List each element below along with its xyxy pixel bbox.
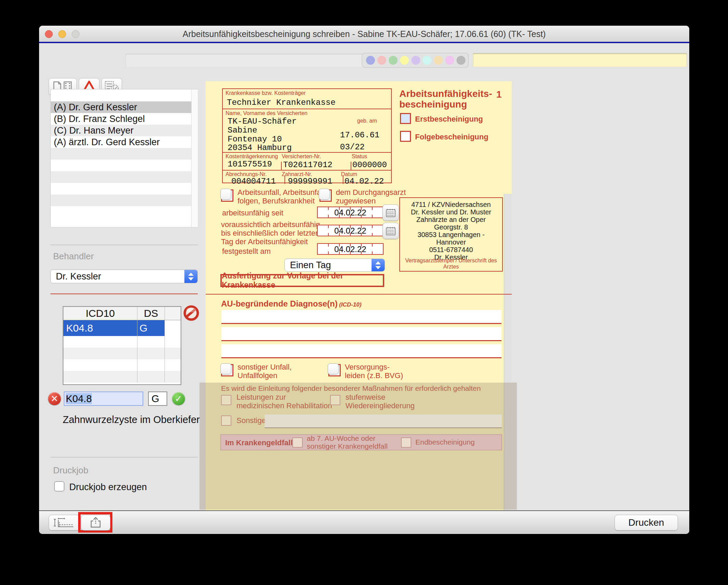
column-header-icd10: ICD10: [63, 307, 137, 320]
sonstige-input: [265, 414, 502, 428]
datum-value: 04.02.22: [344, 177, 384, 186]
stepper-icon: [184, 270, 197, 283]
druckjob-checkbox[interactable]: [54, 481, 64, 491]
checkbox-inner: [220, 363, 231, 374]
table-row[interactable]: [63, 336, 181, 348]
sonstiger-unfall-label: sonstiger Unfall,Unfallfolgen: [238, 363, 292, 380]
palette-dot-pink[interactable]: [377, 56, 386, 65]
remove-icd-button[interactable]: ✕: [48, 392, 61, 405]
ds-input-value: G: [151, 393, 159, 404]
reha-checkbox: [221, 395, 231, 405]
ausfertigung-box: Ausfertigung zur Vorlage bei der Kranken…: [220, 274, 384, 287]
geb-label: geb. am: [357, 118, 377, 124]
list-item[interactable]: [51, 160, 197, 171]
note-input[interactable]: [473, 53, 687, 67]
duration-select[interactable]: Einen Tag: [284, 259, 385, 272]
list-item[interactable]: [51, 148, 197, 160]
screen: Arbeitsunfähigkeitsbescheinigung schreib…: [0, 0, 728, 585]
diagnosis-description: Zahnwurzelzyste im Oberkiefer: [63, 414, 200, 425]
arbeitsunfall-label: Arbeitsunfall, Arbeitsunfall-folgen, Ber…: [238, 188, 327, 205]
sidebar-divider: [50, 245, 198, 245]
diagnosis-input-2[interactable]: [221, 327, 501, 341]
checkbox-inner: [220, 189, 231, 200]
palette-dot-magenta[interactable]: [445, 56, 454, 65]
kk-section: Krankenkasse bzw. Kostenträger Techniker…: [223, 89, 391, 109]
list-item-doctor-b[interactable]: (B) Dr. Franz Schlegel: [51, 113, 197, 125]
durchgangsarzt-checkbox[interactable]: [319, 189, 332, 202]
erstbescheinigung-checkbox[interactable]: [400, 113, 411, 124]
form-red-divider: [206, 294, 512, 295]
column-header-ds: DS: [137, 307, 165, 320]
diagnosis-input-1[interactable]: [221, 310, 501, 324]
list-item-doctor-a[interactable]: (A) Dr. Gerd Kessler: [51, 101, 197, 113]
list-item-doctor-a2[interactable]: (A) ärztl. Dr. Gerd Kessler: [51, 136, 197, 148]
share-icon: [90, 517, 101, 528]
folgebescheinigung-checkbox[interactable]: [400, 131, 411, 142]
date-field-au-bis[interactable]: 04.02.22: [317, 225, 384, 236]
list-item-doctor-c[interactable]: (C) Dr. Hans Meyer: [51, 125, 197, 136]
export-button[interactable]: [81, 515, 110, 531]
palette-dot-blue[interactable]: [366, 56, 375, 65]
cell-ds: G: [137, 320, 165, 336]
confirm-icd-button[interactable]: ✓: [172, 392, 185, 405]
folgebescheinigung-label: Folgebescheinigung: [415, 133, 488, 141]
behandler-select[interactable]: Dr. Kessler: [50, 270, 198, 283]
table-row[interactable]: [63, 359, 181, 371]
icd-code-input-value: K04.8: [66, 393, 92, 404]
titlebar-accent-line: [39, 42, 689, 43]
date-value: 04.02.22: [318, 208, 383, 217]
valid-value: 03/22: [340, 142, 365, 152]
list-item[interactable]: [51, 195, 197, 206]
icd-code-input[interactable]: K04.8: [64, 391, 143, 406]
geb-value: 17.06.61: [340, 130, 379, 140]
status-label: Status: [352, 153, 367, 160]
au-seit-label: arbeitsunfähig seit: [222, 209, 283, 217]
checkbox-inner: [328, 363, 339, 374]
table-row[interactable]: [63, 348, 181, 359]
ausfertigung-label: Ausfertigung zur Vorlage bei der Kranken…: [222, 271, 383, 290]
kostentraeger-label: Kostenträgerkennung: [226, 153, 278, 160]
checkbox-inner: [319, 189, 330, 200]
palette-dot-tan[interactable]: [434, 56, 443, 65]
drucken-button[interactable]: Drucken: [615, 515, 678, 531]
kk-value: Techniker Krankenkasse: [227, 98, 336, 107]
festgestellt-label: festgestellt am: [222, 247, 271, 256]
palette-dot-lavender[interactable]: [411, 56, 420, 65]
calendar-icon: [386, 208, 396, 217]
doctor-list-scrollbar[interactable]: [191, 89, 198, 227]
list-item[interactable]: [51, 183, 197, 195]
ruler-button[interactable]: [49, 515, 80, 531]
palette-dot-green[interactable]: [389, 56, 398, 65]
table-row-selected[interactable]: K04.8 G: [63, 320, 181, 336]
palette-dot-yellow[interactable]: [400, 56, 409, 65]
behandler-label: Behandler: [53, 251, 94, 262]
sonstiger-unfall-checkbox[interactable]: [221, 364, 233, 376]
list-item[interactable]: [51, 206, 197, 218]
table-row[interactable]: [63, 371, 181, 383]
palette-dot-cyan[interactable]: [423, 56, 432, 65]
insured-city: 20354 Hamburg: [228, 143, 292, 152]
list-item[interactable]: [51, 171, 197, 183]
date-field-festgestellt[interactable]: 04.02.22: [317, 243, 384, 255]
ruler-icon: [53, 517, 75, 528]
list-item[interactable]: [51, 89, 197, 101]
stamp-text: 4711 / KZVNiedersachsenDr. Kessler und D…: [400, 198, 502, 261]
versorgungsleiden-checkbox[interactable]: [328, 364, 341, 376]
erstbescheinigung-label: Erstbescheinigung: [415, 115, 483, 124]
app-window: Arbeitsunfähigkeitsbescheinigung schreib…: [39, 26, 689, 534]
diagnosis-input-3[interactable]: [221, 344, 501, 358]
delete-diagnosis-button[interactable]: [183, 305, 199, 322]
arbeitsunfall-checkbox[interactable]: [221, 189, 233, 202]
calendar-button-bis[interactable]: [383, 223, 399, 239]
duration-select-value: Einen Tag: [285, 260, 331, 271]
ds-input[interactable]: G: [148, 391, 167, 406]
drucken-button-label: Drucken: [628, 517, 664, 528]
calendar-button-seit[interactable]: [383, 204, 399, 221]
calendar-icon: [386, 226, 396, 235]
insured-firstname: Sabine: [228, 126, 257, 135]
reha-label: Leistungen zurmedizinischen Rehabilitati…: [236, 393, 332, 410]
date-field-au-seit[interactable]: 04.02.22: [317, 207, 384, 218]
behandler-select-value: Dr. Kessler: [51, 271, 101, 282]
palette-dot-gray[interactable]: [457, 56, 465, 65]
stufenweise-checkbox: [330, 395, 340, 405]
